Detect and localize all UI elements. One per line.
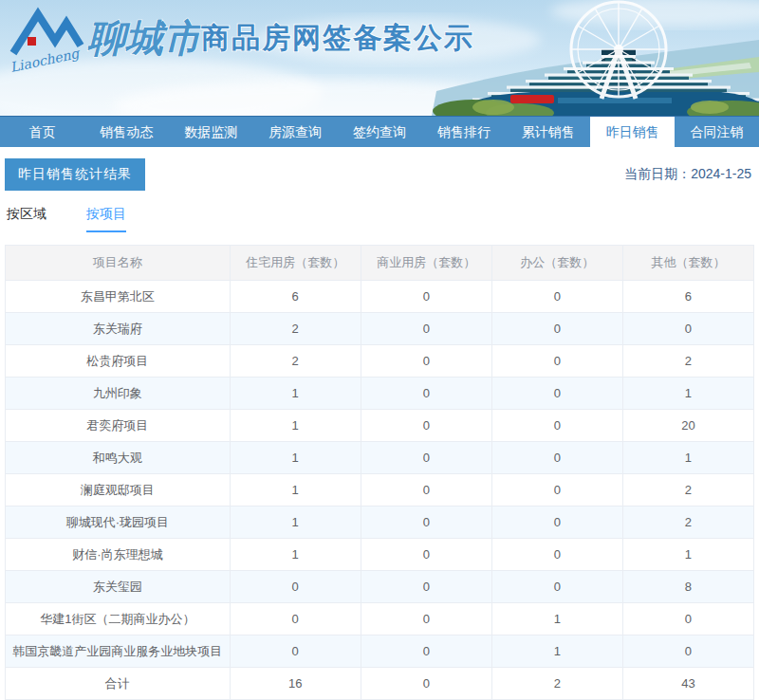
count-cell: 1: [230, 507, 361, 539]
tab-by-region[interactable]: 按区域: [7, 206, 46, 232]
project-name-cell: 合计: [6, 668, 231, 700]
nav-item-contract-cancellation[interactable]: 合同注销: [675, 117, 759, 147]
count-cell: 6: [230, 281, 361, 313]
project-name-cell: 松贵府项目: [6, 345, 231, 378]
count-cell: 0: [622, 636, 753, 668]
count-cell: 2: [622, 345, 753, 378]
section-title-badge: 昨日销售统计结果: [5, 158, 145, 191]
count-cell: 8: [622, 571, 753, 603]
table-row: 松贵府项目2002: [6, 345, 754, 378]
count-cell: 2: [230, 345, 361, 378]
count-cell: 0: [230, 636, 361, 668]
count-cell: 0: [491, 345, 622, 378]
count-cell: 0: [361, 539, 491, 571]
tab-by-project[interactable]: 按项目: [86, 206, 126, 232]
project-name-cell: 财信·尚东理想城: [6, 539, 231, 571]
sales-stat-table: 项目名称 住宅用房（套数） 商业用房（套数） 办公（套数） 其他（套数） 东昌甲…: [5, 245, 754, 700]
nav-item-sales-dynamics[interactable]: 销售动态: [84, 117, 169, 147]
count-cell: 0: [491, 474, 622, 507]
count-cell: 0: [361, 668, 491, 700]
count-cell: 1: [622, 378, 753, 410]
count-cell: 0: [491, 571, 622, 603]
count-cell: 0: [491, 378, 622, 410]
count-cell: 1: [622, 442, 753, 474]
count-cell: 0: [361, 571, 491, 603]
count-cell: 0: [491, 313, 622, 345]
table-row: 东关瑞府2000: [6, 313, 754, 345]
count-cell: 0: [361, 345, 491, 378]
section-bar: 昨日销售统计结果 当前日期：2024-1-25: [5, 158, 754, 191]
banner-scene-graphic: Liaocheng 聊城市 商品房网签备案公示: [0, 0, 759, 116]
count-cell: 2: [622, 507, 753, 539]
table-row: 东关玺园0008: [6, 571, 754, 603]
count-cell: 0: [230, 571, 361, 603]
count-cell: 0: [491, 281, 622, 313]
count-cell: 43: [622, 668, 753, 700]
project-name-cell: 东昌甲第北区: [6, 281, 231, 313]
project-name-cell: 韩国京畿道产业园商业服务业地块项目: [6, 636, 231, 668]
table-row: 和鸣大观1001: [6, 442, 754, 474]
count-cell: 1: [230, 378, 361, 410]
count-cell: 0: [491, 442, 622, 474]
count-cell: 1: [230, 474, 361, 507]
count-cell: 2: [491, 668, 622, 700]
count-cell: 0: [622, 313, 753, 345]
table-row: 财信·尚东理想城1001: [6, 539, 754, 571]
count-cell: 0: [622, 603, 753, 636]
count-cell: 0: [230, 603, 361, 636]
project-name-cell: 澜庭观邸项目: [6, 474, 231, 507]
project-name-cell: 东关玺园: [6, 571, 231, 603]
count-cell: 0: [491, 539, 622, 571]
count-cell: 0: [361, 636, 491, 668]
table-row: 君奕府项目10020: [6, 410, 754, 442]
count-cell: 0: [361, 410, 491, 442]
nav-item-sales-ranking[interactable]: 销售排行: [421, 117, 506, 147]
project-name-cell: 华建1街区（二期商业办公）: [6, 603, 231, 636]
col-residential: 住宅用房（套数）: [230, 246, 361, 281]
table-row: 九州印象1001: [6, 378, 754, 410]
count-cell: 20: [622, 410, 753, 442]
count-cell: 1: [230, 442, 361, 474]
main-content: 昨日销售统计结果 当前日期：2024-1-25 按区域 按项目 项目名称 住宅用…: [0, 158, 759, 700]
count-cell: 1: [491, 603, 622, 636]
main-nav: 首页 销售动态 数据监测 房源查询 签约查询 销售排行 累计销售 昨日销售 合同…: [0, 116, 759, 147]
count-cell: 0: [361, 281, 491, 313]
count-cell: 2: [230, 313, 361, 345]
table-row: 韩国京畿道产业园商业服务业地块项目0010: [6, 636, 754, 668]
count-cell: 0: [361, 474, 491, 507]
col-commercial: 商业用房（套数）: [361, 246, 491, 281]
count-cell: 0: [491, 507, 622, 539]
table-row: 华建1街区（二期商业办公）0010: [6, 603, 754, 636]
site-banner: Liaocheng 聊城市 商品房网签备案公示: [0, 0, 759, 116]
site-title-text: 商品房网签备案公示: [201, 22, 474, 53]
nav-item-data-monitor[interactable]: 数据监测: [169, 117, 253, 147]
nav-item-signing-query[interactable]: 签约查询: [338, 117, 422, 147]
logo-red-square-icon: [28, 37, 36, 46]
count-cell: 0: [361, 603, 491, 636]
col-project-name: 项目名称: [6, 246, 231, 281]
table-row: 聊城现代·珑园项目1002: [6, 507, 754, 539]
count-cell: 0: [361, 507, 491, 539]
view-tabs: 按区域 按项目: [5, 206, 754, 232]
nav-item-cumulative-sales[interactable]: 累计销售: [506, 117, 590, 147]
count-cell: 6: [622, 281, 753, 313]
nav-item-listing-query[interactable]: 房源查询: [253, 117, 338, 147]
project-name-cell: 东关瑞府: [6, 313, 231, 345]
project-name-cell: 和鸣大观: [6, 442, 231, 474]
count-cell: 16: [230, 668, 361, 700]
table-row: 澜庭观邸项目1002: [6, 474, 754, 507]
building-sign-graphic: [510, 95, 554, 103]
project-name-cell: 君奕府项目: [6, 410, 231, 442]
count-cell: 2: [622, 474, 753, 507]
count-cell: 1: [230, 539, 361, 571]
count-cell: 1: [622, 539, 753, 571]
page: Liaocheng 聊城市 商品房网签备案公示 首页 销售动态 数据监测 房源查…: [0, 0, 759, 700]
count-cell: 0: [361, 313, 491, 345]
table-body: 东昌甲第北区6006东关瑞府2000松贵府项目2002九州印象1001君奕府项目…: [6, 281, 754, 700]
nav-item-yesterday-sales[interactable]: 昨日销售: [590, 117, 675, 147]
nav-item-home[interactable]: 首页: [0, 117, 84, 147]
col-other: 其他（套数）: [622, 246, 753, 281]
count-cell: 1: [491, 636, 622, 668]
table-total-row: 合计160243: [6, 668, 754, 700]
count-cell: 1: [230, 410, 361, 442]
